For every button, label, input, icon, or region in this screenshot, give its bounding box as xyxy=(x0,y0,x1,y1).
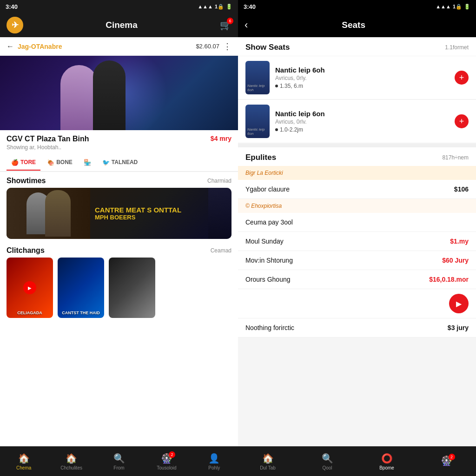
seat-poster-2: Nantic leip 6on xyxy=(245,105,270,138)
price-value-ygabor: $106 xyxy=(454,185,469,193)
price-label-movin: Mov:in Shtorung xyxy=(245,257,293,264)
seat-time-1: 1.35, 6.m xyxy=(280,83,303,89)
price-label-ygabor: Ygabor clauure xyxy=(245,185,290,193)
nav-home-icon: 🏠 xyxy=(18,453,30,464)
right-app-header: ‹ Seats xyxy=(238,13,476,37)
movie-thumb-2[interactable]: CANTST THE HAID xyxy=(58,258,104,318)
seat-poster-1: Nantic leip 6oh xyxy=(245,61,270,94)
seat-info-2: Nantic leip 6on Avricus, 0rlv. 1.0-2.2jm xyxy=(275,110,449,133)
play-button-1[interactable]: ▶ xyxy=(23,281,36,294)
show-seats-title: Show Seats xyxy=(245,43,290,52)
seat-item-2: Nantic leip 6on Nantic leip 6on Avricus,… xyxy=(238,100,476,143)
seat-name-2: Nantic leip 6on xyxy=(275,110,449,118)
section-divider xyxy=(238,144,476,147)
tab-bone-label: BONE xyxy=(56,159,73,165)
tab-store-icon: 🏪 xyxy=(84,159,91,166)
price-label-ceuma: Ceuma pay 3ool xyxy=(245,218,293,226)
price-row-ygabor: Ygabor clauure $106 xyxy=(238,180,476,199)
nav-search-icon: 🔍 xyxy=(113,453,125,464)
seat-item-1: Nantic leip 6oh Nantic leip 6oh Avricus,… xyxy=(238,56,476,99)
cart-badge: 6 xyxy=(227,18,233,24)
cinema-full-name: CGV CT Plaza Tan Binh xyxy=(7,135,89,143)
showtime-people xyxy=(7,188,90,239)
right-title: Seats xyxy=(252,20,455,30)
add-seat-btn-2[interactable]: + xyxy=(455,114,469,128)
left-bottom-nav: 🏠 Chema 🏠 Chchulites 🔍 From 🎡 2 Tousoloi… xyxy=(0,446,238,476)
movie-thumb-3[interactable] xyxy=(109,258,155,318)
right-status-icons: ▲▲▲ 1🔒 🔋 xyxy=(436,4,470,10)
app-header: ✈ Cinema 🛒 6 xyxy=(0,13,238,37)
play-floating-button[interactable]: ▶ xyxy=(449,294,469,313)
r-nav-extra-badge: 2 xyxy=(449,454,455,460)
tab-tore-icon: 🍎 xyxy=(11,159,19,166)
nav-pohly[interactable]: 👤 Pohly xyxy=(191,447,238,476)
showtimes-link[interactable]: Charmiad xyxy=(207,178,231,184)
right-bottom-nav: 🏠 Dul Tab 🔍 Qool ⭕ Bpome 🎡 2 xyxy=(238,446,476,476)
price-value-orours: $16,0.18.mor xyxy=(429,276,469,283)
signal-icon: ▲▲▲ xyxy=(198,4,213,9)
right-panel: 3:40 ▲▲▲ 1🔒 🔋 ‹ Seats Show Seats 1.1form… xyxy=(238,0,476,476)
price-row-moul: Moul Sunday $1.my xyxy=(238,232,476,251)
promo-banner: © Ehoxpiortisa xyxy=(238,199,476,213)
seat-poster-text-1: Nantic leip 6oh xyxy=(247,84,268,93)
r-nav-extra[interactable]: 🎡 2 xyxy=(416,447,476,476)
clitchangs-header: Clitchangs Ceamad xyxy=(0,242,238,258)
showtimes-title: Showtimes xyxy=(7,177,46,185)
right-status-bar: 3:40 ▲▲▲ 1🔒 🔋 xyxy=(238,0,476,13)
price-value-moul: $1.my xyxy=(450,238,469,245)
epulites-banner-text: Bigr La Eorticki xyxy=(245,170,283,176)
nav-from-label: From xyxy=(113,465,124,470)
showtime-person-2 xyxy=(45,190,71,237)
nav-from[interactable]: 🔍 From xyxy=(95,447,143,476)
seat-info-1: Nantic leip 6oh Avricus, 0rly. 1.35, 6.m xyxy=(275,66,449,89)
movie-thumb-1[interactable]: ▶ CELIAGADA xyxy=(7,258,53,318)
price-label-noothing: Noothing forirctic xyxy=(245,324,294,331)
back-button[interactable]: ← xyxy=(7,42,14,51)
epulites-header: Epulites 817h÷nem xyxy=(238,147,476,166)
cart-button[interactable]: 🛒 6 xyxy=(220,20,231,31)
nav-chema[interactable]: 🏠 Chema xyxy=(0,447,47,476)
seat-name-1: Nantic leip 6oh xyxy=(275,66,449,74)
r-nav-bpome[interactable]: ⭕ Bpome xyxy=(357,447,416,476)
r-nav-qool[interactable]: 🔍 Qool xyxy=(298,447,357,476)
r-nav-bpome-icon: ⭕ xyxy=(381,453,393,464)
cinema-info-price: $4 mry xyxy=(211,135,231,142)
epulites-title: Epulites xyxy=(245,153,276,162)
tab-tore-label: TORE xyxy=(20,159,36,165)
r-nav-bpome-label: Bpome xyxy=(379,465,394,470)
cinema-price: $2.60.07 xyxy=(196,43,219,50)
right-time: 3:40 xyxy=(244,3,256,10)
left-status-bar: 3:40 ▲▲▲ 1🔒 🔋 xyxy=(0,0,238,13)
nav-chchulites[interactable]: 🏠 Chchulites xyxy=(47,447,95,476)
price-row-ceuma: Ceuma pay 3ool xyxy=(238,213,476,232)
movie-label-1: CELIAGADA xyxy=(8,311,51,315)
seat-poster-text-2: Nantic leip 6on xyxy=(247,128,268,136)
right-back-button[interactable]: ‹ xyxy=(245,19,248,31)
nav-chema-label: Chema xyxy=(16,465,31,470)
tab-bone[interactable]: 🍖 BONE xyxy=(42,155,77,171)
nav-profile-icon: 👤 xyxy=(208,453,220,464)
showtime-text-2: MPH BOEERS xyxy=(95,214,204,221)
tab-store[interactable]: 🏪 xyxy=(79,155,96,171)
showtime-side-preview xyxy=(208,188,231,239)
tab-talnead[interactable]: 🐦 TALNEAD xyxy=(98,155,142,171)
right-battery-icon: 🔋 xyxy=(464,4,470,10)
add-seat-btn-1[interactable]: + xyxy=(455,71,469,85)
right-wifi-icon: 1🔒 xyxy=(453,4,462,10)
nav-pohly-label: Pohly xyxy=(208,465,220,470)
price-value-movin: $60 Jury xyxy=(442,257,469,264)
clitchangs-link[interactable]: Ceamad xyxy=(211,247,231,254)
showtime-banner: CANTRE MEAT S ONTTAL MPH BOEERS xyxy=(7,188,231,239)
seat-time-2: 1.0-2.2jm xyxy=(280,126,303,133)
tab-talnead-label: TALNEAD xyxy=(112,159,138,165)
movie-thumbnails: ▶ CELIAGADA CANTST THE HAID xyxy=(0,258,238,318)
nav-tousoloid-label: Tousoloid xyxy=(157,465,176,470)
nav-tousoloid[interactable]: 🎡 2 Tousoloid xyxy=(143,447,190,476)
tab-tore[interactable]: 🍎 TORE xyxy=(7,155,40,171)
r-nav-home[interactable]: 🏠 Dul Tab xyxy=(238,447,298,476)
seats-content[interactable]: Show Seats 1.1formet Nantic leip 6oh Nan… xyxy=(238,37,476,446)
more-button[interactable]: ⋮ xyxy=(223,41,231,52)
showtimes-header: Showtimes Charmiad xyxy=(0,172,238,188)
price-value-noothing: $3 jury xyxy=(448,324,469,331)
showtime-text-area: CANTRE MEAT S ONTTAL MPH BOEERS xyxy=(90,201,208,225)
